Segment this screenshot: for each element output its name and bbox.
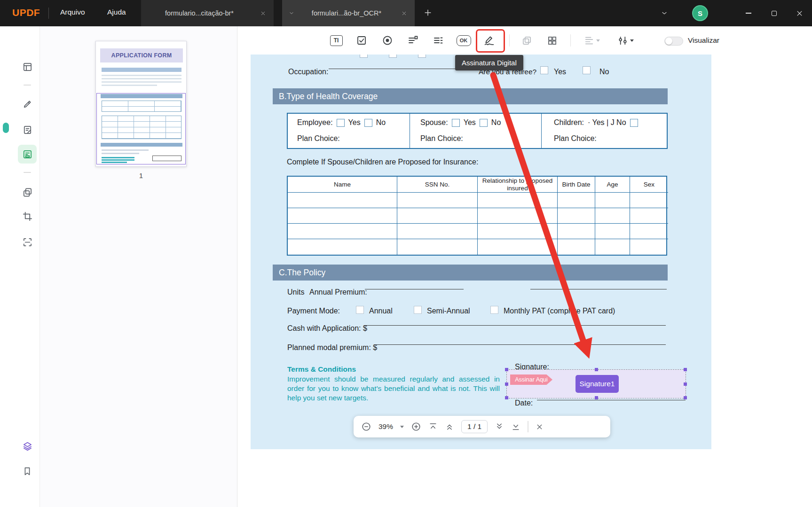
sidebar-item-layers[interactable] bbox=[18, 437, 37, 455]
sidebar-item-bookmark[interactable] bbox=[18, 462, 37, 481]
properties-sliders-icon bbox=[617, 35, 628, 46]
tab-close-icon[interactable] bbox=[258, 8, 268, 18]
table-cell bbox=[558, 239, 595, 255]
resize-handle[interactable] bbox=[684, 368, 687, 371]
thumb-stripe bbox=[102, 81, 181, 83]
form-line bbox=[537, 400, 686, 400]
page-indicator[interactable]: 1 / 1 bbox=[461, 420, 488, 433]
listbox-field-button[interactable] bbox=[429, 31, 448, 50]
no-label: No bbox=[376, 118, 386, 127]
table-cell bbox=[478, 239, 558, 255]
table-cell bbox=[630, 239, 668, 255]
layout-grid-button[interactable] bbox=[543, 31, 561, 50]
plan-choice-label: Plan Choice: bbox=[420, 134, 463, 143]
signature-field-button[interactable]: Signature1 bbox=[575, 375, 619, 393]
ocr-scan-icon bbox=[22, 237, 33, 248]
next-page-button[interactable] bbox=[495, 422, 504, 431]
radio-field-icon bbox=[382, 35, 393, 46]
planned-label: Planned modal premium: $ bbox=[287, 343, 377, 352]
sign-here-tag[interactable]: Assinar Aqui bbox=[510, 374, 552, 385]
table-cell bbox=[397, 208, 478, 224]
sidebar-item-ocr[interactable] bbox=[18, 233, 37, 251]
scroll-to-bottom-button[interactable] bbox=[511, 422, 520, 431]
titlebar-divider bbox=[48, 8, 49, 19]
tab-list-chevron-icon[interactable] bbox=[661, 10, 668, 16]
align-icon bbox=[584, 35, 594, 46]
text-field-button[interactable]: TI bbox=[327, 31, 346, 50]
text-field-icon: TI bbox=[330, 35, 343, 46]
sidebar-item-crop[interactable] bbox=[18, 207, 37, 226]
sidebar-item-reader[interactable] bbox=[18, 57, 37, 76]
minimize-icon bbox=[746, 13, 751, 14]
tab-formulario-ocr-active[interactable]: formulari...ão-br_OCR* bbox=[282, 0, 415, 26]
table-cell bbox=[595, 239, 630, 255]
resize-handle[interactable] bbox=[505, 396, 508, 399]
spouse-cell: Spouse: Yes No Plan Choice: bbox=[410, 114, 542, 148]
page-navigation-toolbar: 39% 1 / 1 bbox=[354, 416, 610, 437]
sidebar-item-organize-pages[interactable] bbox=[18, 183, 37, 202]
resize-handle[interactable] bbox=[505, 382, 508, 386]
employee-yes-checkbox bbox=[337, 119, 345, 127]
sidebar-item-annotate[interactable] bbox=[18, 94, 37, 113]
sidebar-item-edit[interactable] bbox=[18, 120, 37, 139]
children-checkbox bbox=[630, 119, 638, 127]
resize-handle[interactable] bbox=[684, 382, 687, 386]
radio-field-button[interactable] bbox=[378, 31, 397, 50]
double-chevron-up-icon bbox=[445, 422, 454, 431]
resize-handle[interactable] bbox=[595, 396, 598, 399]
tooltip-assinatura-digital: Assinatura Digital bbox=[455, 55, 523, 70]
account-avatar[interactable]: S bbox=[692, 5, 708, 21]
zoom-out-button[interactable] bbox=[361, 421, 371, 432]
annotate-pen-icon bbox=[22, 99, 33, 109]
scroll-to-top-button[interactable] bbox=[428, 422, 438, 431]
semi-annual-checkbox bbox=[414, 306, 422, 314]
duplicate-icon bbox=[521, 35, 532, 46]
new-tab-button[interactable] bbox=[423, 8, 433, 17]
properties-dropdown-button[interactable] bbox=[613, 31, 638, 50]
tool-sidebar bbox=[0, 26, 40, 507]
zoom-level[interactable]: 39% bbox=[378, 422, 393, 431]
main-area: Occupation: Are you a retiree? Yes No B.… bbox=[237, 26, 812, 507]
maximize-button[interactable] bbox=[761, 0, 787, 26]
spouse-no-checkbox bbox=[480, 119, 488, 127]
tab-close-icon[interactable] bbox=[399, 8, 409, 18]
align-dropdown-button[interactable] bbox=[580, 31, 604, 50]
preview-toggle-label: Visualizar bbox=[688, 36, 719, 45]
minimize-button[interactable] bbox=[736, 0, 761, 26]
spouse-yes-checkbox bbox=[452, 119, 460, 127]
children-cell: Children: · Yes | J No Plan Choice: bbox=[542, 114, 667, 148]
close-button[interactable] bbox=[787, 0, 812, 26]
page-thumbnail[interactable]: APPLICATION FORM bbox=[95, 41, 187, 167]
signature-field[interactable]: Assinar Aqui Signature1 bbox=[506, 369, 686, 398]
thumb-doc-title: APPLICATION FORM bbox=[100, 48, 183, 62]
zoom-dropdown-chevron-icon[interactable] bbox=[400, 426, 404, 428]
dropdown-field-button[interactable] bbox=[403, 31, 422, 50]
resize-handle[interactable] bbox=[595, 368, 598, 371]
previous-page-button[interactable] bbox=[445, 422, 454, 431]
sidebar-item-form[interactable] bbox=[18, 145, 37, 164]
table-cell bbox=[630, 193, 668, 208]
payment-mode-label: Payment Mode: bbox=[287, 307, 340, 315]
button-field-button[interactable]: OK bbox=[454, 31, 473, 50]
maximize-icon bbox=[772, 11, 777, 16]
duplicate-button[interactable] bbox=[517, 31, 536, 50]
zoom-in-button[interactable] bbox=[411, 421, 421, 432]
button-field-icon: OK bbox=[457, 35, 471, 46]
menu-arquivo[interactable]: Arquivo bbox=[60, 8, 85, 16]
preview-toggle[interactable] bbox=[664, 37, 683, 46]
tab-label: formulari...ão-br_OCR* bbox=[294, 9, 399, 17]
resize-handle[interactable] bbox=[505, 368, 508, 371]
checkbox-field-button[interactable] bbox=[352, 31, 371, 50]
col-header-age: Age bbox=[595, 177, 630, 193]
resize-handle[interactable] bbox=[684, 396, 687, 399]
table-cell bbox=[397, 239, 478, 255]
menu-ajuda[interactable]: Ajuda bbox=[107, 8, 126, 16]
table-cell bbox=[478, 208, 558, 224]
tab-formulario[interactable]: formulario...citação-br* bbox=[141, 0, 274, 26]
tab-options-chevron-icon[interactable] bbox=[289, 10, 294, 16]
close-toolbar-button[interactable] bbox=[536, 423, 544, 431]
table-cell bbox=[558, 224, 595, 239]
section-b-header: B.Type of Health Coverage bbox=[273, 88, 668, 104]
section-c-header: C.The Policy bbox=[273, 265, 668, 281]
cash-label: Cash with Application: $ bbox=[287, 324, 367, 333]
